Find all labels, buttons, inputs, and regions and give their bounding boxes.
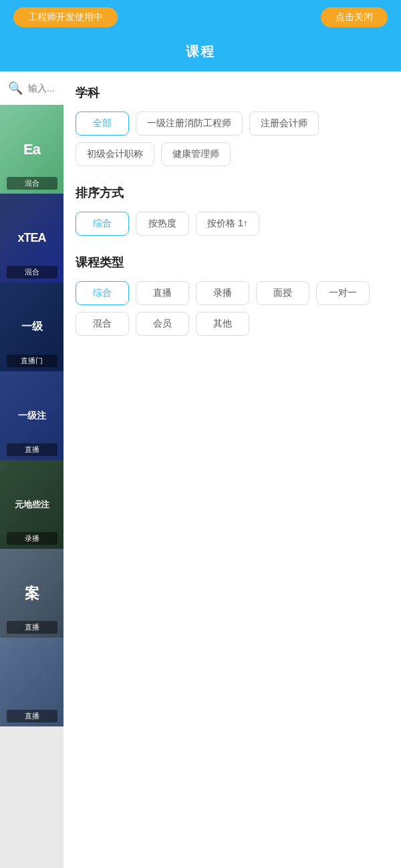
top-bar: 工程师开发使用中 点击关闭: [0, 0, 401, 35]
main-container: 🔍 Ea 混合 xTEA 混合 一级 直播门 一级注 直播: [0, 71, 401, 868]
subject-section: 学科 全部 一级注册消防工程师 注册会计师 初级会计职称 健康管理师: [76, 85, 389, 166]
sidebar: 🔍 Ea 混合 xTEA 混合 一级 直播门 一级注 直播: [0, 71, 63, 868]
course-type-title: 课程类型: [76, 254, 389, 270]
course-type-tags: 综合 直播 录播 面授 一对一 混合 会员 其他: [76, 281, 389, 336]
subject-tag-0[interactable]: 全部: [76, 112, 129, 136]
sidebar-label-1: 混合: [7, 177, 57, 190]
sidebar-item-7[interactable]: 直播: [0, 638, 63, 726]
sidebar-label-3: 直播门: [7, 355, 57, 367]
sidebar-item-3[interactable]: 一级 直播门: [0, 282, 63, 371]
sidebar-label-5: 录播: [7, 532, 57, 545]
filter-panel: 学科 全部 一级注册消防工程师 注册会计师 初级会计职称 健康管理师 排序方式 …: [63, 71, 401, 868]
sort-tag-2[interactable]: 按价格 1↑: [196, 212, 259, 236]
course-type-tag-2[interactable]: 录播: [196, 281, 249, 305]
sidebar-label-7: 直播: [7, 710, 57, 722]
subject-tag-1[interactable]: 一级注册消防工程师: [136, 112, 243, 136]
sort-title: 排序方式: [76, 185, 389, 201]
search-icon: 🔍: [8, 81, 23, 95]
sort-tag-1[interactable]: 按热度: [136, 212, 189, 236]
sidebar-item-6[interactable]: 案 直播: [0, 549, 63, 638]
dev-mode-button[interactable]: 工程师开发使用中: [13, 7, 118, 27]
course-type-tag-0[interactable]: 综合: [76, 281, 129, 305]
sidebar-item-1[interactable]: Ea 混合: [0, 105, 63, 194]
course-type-tag-5[interactable]: 混合: [76, 312, 129, 336]
sidebar-item-2[interactable]: xTEA 混合: [0, 194, 63, 282]
course-type-tag-6[interactable]: 会员: [136, 312, 189, 336]
subject-tag-2[interactable]: 注册会计师: [249, 112, 319, 136]
search-bar: 🔍: [0, 71, 63, 105]
page-title: 课程: [186, 44, 215, 59]
sort-tag-0[interactable]: 综合: [76, 212, 129, 236]
subject-tag-4[interactable]: 健康管理师: [161, 142, 231, 166]
course-type-tag-1[interactable]: 直播: [136, 281, 189, 305]
sidebar-label-2: 混合: [7, 266, 57, 278]
course-type-tag-4[interactable]: 一对一: [316, 281, 370, 305]
sort-tags: 综合 按热度 按价格 1↑: [76, 212, 389, 236]
course-type-tag-3[interactable]: 面授: [256, 281, 309, 305]
sidebar-item-4[interactable]: 一级注 直播: [0, 371, 63, 460]
sidebar-item-5[interactable]: 元地些注 录播: [0, 460, 63, 549]
course-type-tag-7[interactable]: 其他: [196, 312, 249, 336]
sidebar-label-4: 直播: [7, 443, 57, 456]
subject-tag-3[interactable]: 初级会计职称: [76, 142, 154, 166]
subject-title: 学科: [76, 85, 389, 101]
sidebar-label-6: 直播: [7, 621, 57, 634]
subject-tags: 全部 一级注册消防工程师 注册会计师 初级会计职称 健康管理师: [76, 112, 389, 166]
header: 课程: [0, 35, 401, 71]
course-type-section: 课程类型 综合 直播 录播 面授 一对一 混合 会员 其他: [76, 254, 389, 336]
close-button[interactable]: 点击关闭: [321, 7, 388, 27]
sort-section: 排序方式 综合 按热度 按价格 1↑: [76, 185, 389, 236]
